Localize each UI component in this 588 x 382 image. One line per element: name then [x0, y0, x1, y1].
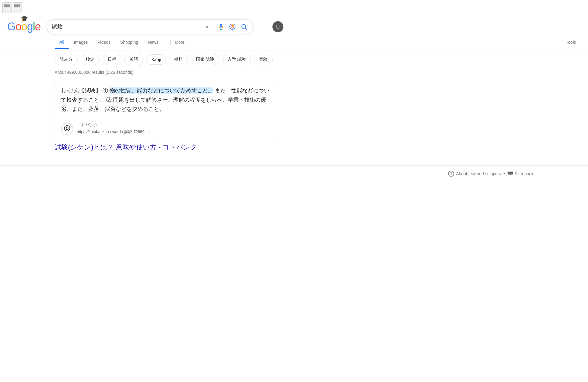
- account-area: U: [259, 21, 283, 32]
- chip-nittei[interactable]: 日程: [103, 54, 121, 65]
- svg-text:U: U: [276, 24, 280, 29]
- logo-letter-g2: g: [27, 20, 33, 33]
- snippet-text-before: し‐けん【試験】 ①: [61, 87, 110, 94]
- search-bar: 試験 ×: [47, 19, 253, 34]
- feedback-text: Feedback: [515, 171, 533, 176]
- source-url-row: https://kotobank.jp › word › 試験-72960 ⋮: [77, 128, 152, 135]
- chip-kokka[interactable]: 国家 試験: [191, 54, 219, 65]
- logo-letter-l: l: [33, 20, 35, 33]
- source-url: https://kotobank.jp › word › 試験-72960: [77, 129, 144, 135]
- source-logo-char: ⓪: [64, 124, 70, 133]
- voice-search-button[interactable]: [217, 23, 225, 31]
- chip-yomikata[interactable]: 読み方: [55, 54, 78, 65]
- feedback-icon: [508, 172, 513, 176]
- result-link[interactable]: 試験(シケン)とは？ 意味や使い方 - コトバンク: [55, 143, 279, 152]
- more-dots-icon: ⋮: [168, 39, 174, 46]
- help-icon: ?: [448, 171, 454, 177]
- doc-icon-2: [13, 2, 22, 13]
- results-count: About 429,000,000 results (0.26 seconds): [0, 69, 588, 78]
- snippet-text: し‐けん【試験】 ① 物の性質、能力などについてためすこと。 また、性能などにつ…: [61, 86, 273, 114]
- search-submit-button[interactable]: [240, 23, 248, 31]
- clear-button[interactable]: ×: [204, 23, 209, 31]
- search-divider: [213, 22, 213, 31]
- chip-shurui[interactable]: 種類: [169, 54, 188, 65]
- source-logo: ⓪: [61, 123, 73, 135]
- tab-news[interactable]: News: [143, 36, 163, 49]
- graduation-cap-icon: 🎓: [21, 15, 28, 22]
- header: G o o 🎓 g l e 試験 ×: [0, 15, 588, 34]
- tab-images[interactable]: Images: [69, 36, 93, 49]
- chips-row: 読み方 検定 日程 英語 Kanji 種類 国家 試験 入学 試験 実験: [0, 50, 588, 69]
- chip-kanji[interactable]: Kanji: [146, 54, 166, 65]
- separator: •: [503, 171, 505, 176]
- google-lens-button[interactable]: [228, 23, 236, 31]
- result-divider: [55, 158, 533, 158]
- avatar[interactable]: U: [272, 21, 283, 32]
- about-snippets-area[interactable]: ? About featured snippets: [448, 171, 501, 177]
- tab-more[interactable]: ⋮ More: [163, 35, 189, 50]
- doc-icon-1: [2, 2, 12, 13]
- tab-shopping[interactable]: Shopping: [115, 36, 143, 49]
- google-logo[interactable]: G o o 🎓 g l e: [7, 20, 41, 33]
- about-snippets-text: About featured snippets: [456, 171, 501, 176]
- chip-jikken[interactable]: 実験: [254, 54, 273, 65]
- doc-icons-area: [2, 2, 22, 13]
- source-options-button[interactable]: ⋮: [147, 128, 152, 135]
- source-info: コトバンク https://kotobank.jp › word › 試験-72…: [77, 122, 152, 135]
- tab-all[interactable]: All: [55, 36, 69, 49]
- tab-videos[interactable]: Videos: [93, 36, 115, 49]
- source-name: コトバンク: [77, 122, 152, 128]
- snippet-text-highlighted: 物の性質、能力などについてためすこと。: [110, 87, 213, 94]
- search-bar-wrapper: 試験 ×: [47, 19, 253, 34]
- chip-kentei[interactable]: 検定: [81, 54, 100, 65]
- chip-eigo[interactable]: 英語: [124, 54, 143, 65]
- logo-letter-e: e: [35, 20, 41, 33]
- feedback-area[interactable]: Feedback: [508, 171, 533, 176]
- search-input[interactable]: 試験: [52, 24, 201, 30]
- bottom-bar: ? About featured snippets • Feedback: [0, 165, 588, 182]
- logo-letter-g: G: [7, 20, 15, 33]
- chip-nyuugaku[interactable]: 入学 試験: [222, 54, 251, 65]
- svg-line-5: [245, 28, 247, 29]
- tab-tools[interactable]: Tools: [561, 36, 581, 49]
- source-row: ⓪ コトバンク https://kotobank.jp › word › 試験-…: [61, 119, 273, 135]
- featured-snippet: し‐けん【試験】 ① 物の性質、能力などについてためすこと。 また、性能などにつ…: [55, 81, 279, 140]
- logo-letter-o1: o: [15, 20, 21, 33]
- logo-letter-o2: o: [21, 20, 27, 33]
- nav-tabs: All Images Videos Shopping News ⋮ More T…: [0, 35, 588, 50]
